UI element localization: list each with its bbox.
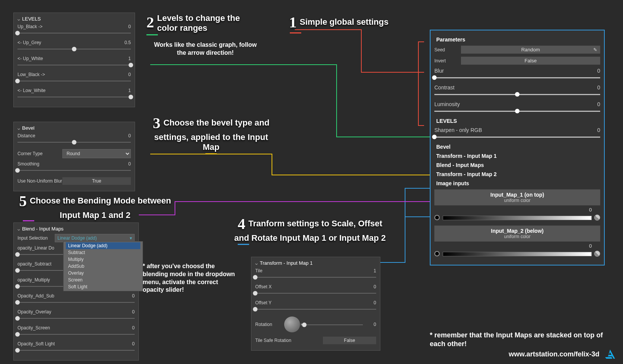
blend-header[interactable]: Blend - Input Maps bbox=[17, 226, 135, 232]
rotation-knob[interactable] bbox=[284, 316, 300, 333]
stacking-note: * remember that the Input Maps are stack… bbox=[430, 331, 609, 349]
blend-option[interactable]: Multiply bbox=[66, 256, 140, 263]
parameters-panel: Parameters Seed Random✎ Invert False Blu… bbox=[430, 30, 605, 265]
blur-slider[interactable] bbox=[434, 75, 600, 81]
levels-slider[interactable] bbox=[17, 95, 131, 100]
opacity-slider[interactable] bbox=[17, 300, 135, 305]
input-map-2[interactable]: Input_Map_2 (below) uniform color bbox=[434, 226, 600, 242]
input-map-2-color[interactable] bbox=[434, 250, 600, 258]
parameters-header[interactable]: Parameters bbox=[434, 37, 600, 43]
blend-option[interactable]: Overlay bbox=[66, 270, 140, 277]
levels-header[interactable]: LEVELS bbox=[17, 16, 131, 22]
distance-slider[interactable] bbox=[17, 140, 131, 145]
invert-button[interactable]: False bbox=[461, 57, 600, 65]
opacity-slider[interactable] bbox=[17, 316, 135, 321]
opacity-slider[interactable] bbox=[17, 332, 135, 337]
contrast-slider[interactable] bbox=[434, 92, 600, 97]
annotation-2: 2Levels to change the color ranges bbox=[146, 13, 261, 35]
artstation-url: www.artstation.com/felix-3d bbox=[509, 350, 599, 358]
transform2-section-header[interactable]: Transform - Input Map 2 bbox=[434, 171, 600, 177]
annotation-4: 4Tranform settings to Scale, Offset and … bbox=[230, 215, 390, 245]
blend-panel: Blend - Input Maps Input Selection Linea… bbox=[13, 223, 139, 361]
smoothing-slider[interactable] bbox=[17, 168, 131, 173]
edit-icon: ✎ bbox=[593, 47, 597, 52]
levels-panel: LEVELS Up_Black ->0 <- Up_Grey0.5 <- Up_… bbox=[13, 13, 135, 107]
transform1-section-header[interactable]: Transform - Input Map 1 bbox=[434, 153, 600, 159]
tile-slider[interactable] bbox=[255, 275, 376, 280]
levels-slider[interactable] bbox=[17, 79, 131, 84]
bevel-section-header[interactable]: Bevel bbox=[434, 144, 600, 150]
levels-slider[interactable] bbox=[17, 31, 131, 36]
annotation-1: 1Simple global settings bbox=[289, 13, 388, 33]
opacity-slider[interactable] bbox=[17, 348, 135, 353]
chevron-down-icon bbox=[255, 260, 258, 266]
blend-option[interactable]: Linear Dodge (add) bbox=[66, 242, 140, 249]
annotation-2-sub: Works like the classic graph, follow the… bbox=[150, 41, 261, 57]
chevron-down-icon bbox=[17, 16, 20, 22]
levels-section-header[interactable]: LEVELS bbox=[434, 118, 600, 124]
chevron-down-icon bbox=[17, 125, 20, 131]
annotation-3: 3Choose the bevel type and settings, app… bbox=[146, 114, 276, 154]
bevel-panel: Bevel Distance0 Corner Type Round Smooth… bbox=[13, 122, 135, 191]
blend-option[interactable]: Subtract bbox=[66, 249, 140, 256]
blend-section-header[interactable]: Blend - Input Maps bbox=[434, 162, 600, 168]
annotation-5: 5Choose the Bending Mode between Input M… bbox=[19, 192, 171, 221]
nub-value[interactable]: True bbox=[62, 177, 131, 185]
annotation-5-sub: * after you've choosd the blending mode … bbox=[143, 262, 238, 294]
blend-option[interactable]: AddSub bbox=[66, 263, 140, 270]
levels-slider[interactable] bbox=[17, 47, 131, 52]
levels-slider[interactable] bbox=[17, 63, 131, 68]
blend-dropdown-open: Linear Dodge (add)SubtractMultiplyAddSub… bbox=[63, 241, 143, 291]
blend-option[interactable]: Soft Light bbox=[66, 283, 140, 290]
offsety-slider[interactable] bbox=[255, 307, 376, 312]
transform-header[interactable]: Transform - Input Map 1 bbox=[255, 260, 376, 266]
artstation-logo-icon bbox=[604, 348, 616, 360]
transform-panel: Transform - Input Map 1 Tile1 Offset X0 … bbox=[251, 257, 380, 351]
sharpen-slider[interactable] bbox=[434, 135, 600, 140]
corner-type-select[interactable]: Round bbox=[62, 149, 131, 158]
input-map-1[interactable]: Input_Map_1 (on top) uniform color bbox=[434, 189, 600, 205]
blend-option[interactable]: Screen bbox=[66, 277, 140, 283]
footer: www.artstation.com/felix-3d bbox=[509, 348, 616, 360]
rotation-slider[interactable] bbox=[304, 323, 363, 328]
offsetx-slider[interactable] bbox=[255, 291, 376, 296]
image-inputs-header[interactable]: Image inputs bbox=[434, 180, 600, 186]
bevel-header[interactable]: Bevel bbox=[17, 125, 131, 131]
chevron-down-icon bbox=[17, 226, 20, 232]
input-map-1-color[interactable] bbox=[434, 214, 600, 222]
luminosity-slider[interactable] bbox=[434, 109, 600, 114]
tsr-value[interactable]: False bbox=[323, 337, 376, 344]
seed-button[interactable]: Random✎ bbox=[461, 46, 600, 54]
